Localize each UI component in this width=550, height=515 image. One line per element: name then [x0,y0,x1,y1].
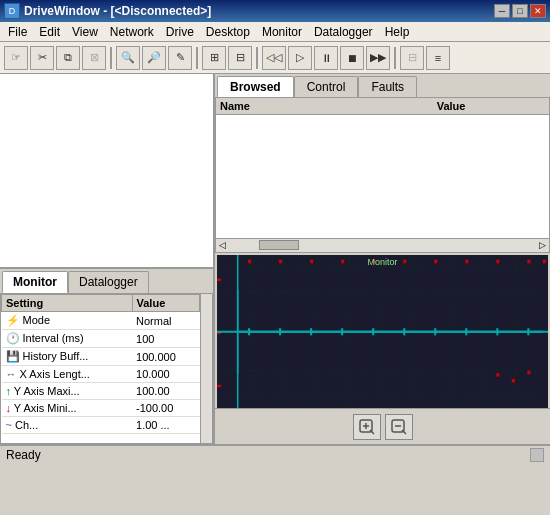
app-icon: D [4,3,20,19]
add-button[interactable]: ⊞ [202,46,226,70]
new-button[interactable]: ☞ [4,46,28,70]
copy-button[interactable]: ⧉ [56,46,80,70]
table-row[interactable]: 🕐 Interval (ms) 100 [2,330,200,348]
monitor-section: Monitor Datalogger Setting Value [0,269,213,444]
table-row[interactable]: ↔ X Axis Lengt... 10.000 [2,366,200,383]
edit-button[interactable]: ✎ [168,46,192,70]
close-button[interactable]: ✕ [530,4,546,18]
help-menu[interactable]: Help [379,23,416,41]
svg-rect-41 [512,378,515,382]
table-row[interactable]: ~ Ch... 1.00 ... [2,417,200,434]
col-setting: Setting [2,295,133,312]
network-menu[interactable]: Network [104,23,160,41]
separator-1 [110,47,112,69]
monitor-menu[interactable]: Monitor [256,23,308,41]
monitor-tab-row: Monitor Datalogger [0,269,213,293]
tab-monitor[interactable]: Monitor [2,271,68,293]
browse-col-value: Value [437,100,545,112]
search-button[interactable]: 🔍 [116,46,140,70]
browse-tab-row: Browsed Control Faults [215,74,550,97]
remove-button[interactable]: ⊟ [228,46,252,70]
chart-area: Monitor [217,255,548,409]
pause-button[interactable]: ⏸ [314,46,338,70]
svg-rect-42 [527,370,530,374]
chart-label: Monitor [367,257,397,267]
settings-table: Setting Value ⚡ Mode Normal 🕐 [1,294,200,434]
toolbar: ☞ ✂ ⧉ ⊠ 🔍 🔎 ✎ ⊞ ⊟ ◁◁ ▷ ⏸ ⏹ ▶▶ ⊟ ≡ [0,42,550,74]
svg-rect-27 [496,259,499,263]
search2-button[interactable]: 🔎 [142,46,166,70]
play-button[interactable]: ▷ [288,46,312,70]
svg-rect-40 [496,373,499,377]
cut-button[interactable]: ✂ [30,46,54,70]
minus-button[interactable]: ⊟ [400,46,424,70]
status-indicator [530,448,544,462]
tab-faults[interactable]: Faults [358,76,417,97]
tree-area[interactable] [0,74,213,269]
browse-body[interactable] [216,115,549,238]
main-area: Monitor Datalogger Setting Value [0,74,550,444]
edit-menu[interactable]: Edit [33,23,66,41]
svg-rect-22 [341,259,344,263]
svg-rect-28 [527,259,530,263]
settings-scrollbar[interactable] [200,294,212,443]
fastforward-button[interactable]: ▶▶ [366,46,390,70]
maximize-button[interactable]: □ [512,4,528,18]
zoom-out-icon [391,419,407,435]
svg-rect-19 [248,259,251,263]
zoom-in-icon [359,419,375,435]
rewind-button[interactable]: ◁◁ [262,46,286,70]
stop-button[interactable]: ⏹ [340,46,364,70]
tab-datalogger[interactable]: Datalogger [68,271,149,293]
svg-rect-16 [217,384,221,386]
hscroll-right[interactable]: ▷ [536,240,549,250]
separator-4 [394,47,396,69]
list-button[interactable]: ≡ [426,46,450,70]
svg-rect-26 [465,259,468,263]
monitor-tab-content: Setting Value ⚡ Mode Normal 🕐 [0,293,213,444]
status-bar: Ready [0,444,550,464]
table-row[interactable]: ↑ Y Axis Maxi... 100.00 [2,383,200,400]
browse-content: Name Value ◁ ▷ [215,97,550,253]
hscroll-thumb[interactable] [259,240,299,250]
svg-rect-14 [217,278,221,280]
zoom-in-button[interactable] [353,414,381,440]
menu-bar: File Edit View Network Drive Desktop Mon… [0,22,550,42]
browse-col-name: Name [220,100,437,112]
chart-svg [217,255,548,409]
svg-rect-29 [543,259,546,263]
hscroll-left[interactable]: ◁ [216,240,229,250]
datalogger-menu[interactable]: Datalogger [308,23,379,41]
window-title: DriveWindow - [<Disconnected>] [24,4,211,18]
view-menu[interactable]: View [66,23,104,41]
status-text: Ready [6,448,41,462]
tab-control[interactable]: Control [294,76,359,97]
delete-button[interactable]: ⊠ [82,46,106,70]
svg-rect-25 [434,259,437,263]
desktop-menu[interactable]: Desktop [200,23,256,41]
browse-header: Name Value [216,98,549,115]
zoom-out-button[interactable] [385,414,413,440]
minimize-button[interactable]: ─ [494,4,510,18]
browse-hscrollbar[interactable]: ◁ ▷ [216,238,549,252]
file-menu[interactable]: File [2,23,33,41]
separator-2 [196,47,198,69]
table-row[interactable]: ⚡ Mode Normal [2,312,200,330]
title-bar: D DriveWindow - [<Disconnected>] ─ □ ✕ [0,0,550,22]
svg-rect-20 [279,259,282,263]
table-row[interactable]: ↓ Y Axis Mini... -100.00 [2,400,200,417]
drive-menu[interactable]: Drive [160,23,200,41]
col-value-header: Value [132,295,199,312]
separator-3 [256,47,258,69]
right-panel: Browsed Control Faults Name Value ◁ ▷ Mo… [215,74,550,444]
svg-rect-21 [310,259,313,263]
left-panel: Monitor Datalogger Setting Value [0,74,215,444]
tab-browsed[interactable]: Browsed [217,76,294,97]
bottom-toolbar [215,408,550,444]
table-row[interactable]: 💾 History Buff... 100.000 [2,348,200,366]
svg-rect-24 [403,259,406,263]
